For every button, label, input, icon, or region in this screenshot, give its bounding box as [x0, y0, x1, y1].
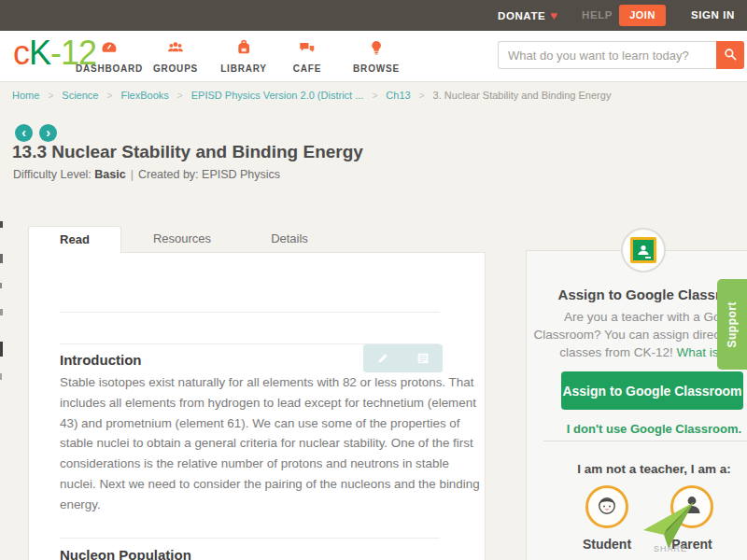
- lesson-meta: Difficulty Level: Basic|Created by: EPIS…: [13, 168, 280, 181]
- section-heading-introduction: Introduction: [60, 352, 141, 368]
- join-button[interactable]: JOIN: [619, 5, 666, 26]
- edit-pencil-icon[interactable]: [373, 348, 393, 369]
- support-tab[interactable]: Support: [717, 279, 747, 370]
- content-divider: [60, 538, 440, 539]
- breadcrumb-book[interactable]: EPISD Physics Version 2.0 (District ...: [191, 90, 364, 101]
- breadcrumb-current: 3. Nuclear Stability and Binding Energy: [433, 90, 612, 101]
- help-link[interactable]: HELP: [582, 0, 613, 31]
- breadcrumb-separator: >: [177, 91, 183, 101]
- left-edge-artifact: [0, 221, 3, 228]
- student-role-button[interactable]: [585, 485, 628, 528]
- breadcrumb-separator: >: [419, 91, 425, 101]
- nav-item-library[interactable]: LIBRARY: [220, 38, 267, 76]
- difficulty-value: Basic: [94, 168, 125, 181]
- breadcrumb-separator: >: [107, 91, 113, 101]
- difficulty-label: Difficulty Level:: [13, 168, 92, 181]
- assign-classroom-heading: Assign to Google Classroom: [527, 287, 747, 302]
- page-title: 13.3 Nuclear Stability and Binding Energ…: [12, 142, 363, 162]
- content-divider: [60, 312, 440, 313]
- previous-lesson-button[interactable]: ‹: [15, 124, 33, 142]
- google-classroom-icon: [630, 237, 656, 263]
- main-navbar: cK-12 DASHBOARD GROUPS LIBRARY CAFE: [0, 31, 747, 82]
- nav-item-cafe[interactable]: CAFE: [293, 38, 321, 76]
- not-a-teacher-label: I am not a teacher, I am a:: [527, 462, 747, 476]
- student-face-icon: [593, 491, 621, 523]
- description-line-3: classes from CK-12!: [559, 345, 673, 359]
- support-tab-label: Support: [726, 301, 739, 348]
- nav-label-cafe: CAFE: [293, 63, 321, 74]
- tab-resources[interactable]: Resources: [121, 226, 243, 252]
- google-classroom-panel: Assign to Google Classroom Are you a tea…: [526, 250, 747, 560]
- sign-in-link[interactable]: SIGN IN: [691, 0, 735, 31]
- nav-item-groups[interactable]: GROUPS: [153, 38, 198, 76]
- nav-item-dashboard[interactable]: DASHBOARD: [76, 38, 143, 76]
- created-by-value: EPISD Physics: [202, 168, 280, 181]
- section-heading-nucleon-population: Nucleon Population: [60, 547, 191, 560]
- breadcrumb-science[interactable]: Science: [62, 90, 98, 101]
- dont-use-classroom-link[interactable]: I don't use Google Classroom.: [527, 422, 747, 436]
- tab-read[interactable]: Read: [28, 226, 121, 253]
- chevron-left-icon: ‹: [21, 125, 26, 140]
- nav-label-library: LIBRARY: [220, 63, 267, 74]
- groups-icon: [153, 38, 198, 57]
- next-lesson-button[interactable]: ›: [39, 124, 57, 142]
- cafe-icon: [293, 38, 321, 57]
- nav-item-browse[interactable]: BROWSE: [353, 38, 400, 76]
- donate-link[interactable]: DONATE♥: [498, 0, 558, 31]
- description-line-2: Classroom? You can assign directly to yo…: [533, 328, 747, 342]
- breadcrumb-separator: >: [372, 91, 377, 101]
- left-edge-artifact: [0, 309, 3, 315]
- search-button[interactable]: [716, 41, 744, 69]
- ck12-page: DONATE♥ HELP JOIN SIGN IN cK-12 DASHBOAR…: [0, 0, 747, 560]
- section-edit-toolbar: [363, 344, 443, 372]
- nav-label-browse: BROWSE: [353, 63, 400, 74]
- nav-label-dashboard: DASHBOARD: [76, 63, 143, 74]
- share-watermark: SHARE: [654, 544, 687, 553]
- section-notes-icon[interactable]: [413, 348, 433, 369]
- left-edge-artifact: [0, 373, 2, 380]
- top-utility-bar: DONATE♥ HELP JOIN SIGN IN: [0, 0, 747, 31]
- left-edge-artifact: [0, 283, 2, 288]
- browse-icon: [353, 38, 400, 57]
- tab-details[interactable]: Details: [243, 226, 336, 252]
- assign-to-google-classroom-button[interactable]: Assign to Google Classroom: [561, 371, 743, 410]
- nav-label-groups: GROUPS: [153, 63, 198, 74]
- breadcrumb: Home > Science > FlexBooks > EPISD Physi…: [12, 90, 611, 101]
- left-edge-artifact: [0, 254, 3, 263]
- breadcrumb-separator: >: [48, 91, 53, 101]
- search-icon: [722, 51, 739, 65]
- sidebar-divider: [543, 441, 747, 441]
- chevron-right-icon: ›: [46, 125, 50, 140]
- breadcrumb-flexbooks[interactable]: FlexBooks: [120, 90, 168, 101]
- breadcrumb-home[interactable]: Home: [12, 90, 39, 101]
- meta-divider: |: [131, 168, 134, 181]
- introduction-paragraph: Stable isotopes exist naturally for all …: [60, 372, 480, 515]
- library-icon: [220, 38, 267, 57]
- search-input[interactable]: [498, 41, 716, 69]
- created-by-label: Created by:: [138, 168, 199, 181]
- donate-label: DONATE: [498, 10, 545, 21]
- assign-classroom-description: Are you a teacher with a Google Classroo…: [527, 308, 747, 361]
- google-classroom-badge: [621, 228, 666, 273]
- breadcrumb-chapter[interactable]: Ch13: [386, 90, 410, 101]
- left-edge-artifact: [0, 342, 3, 357]
- heart-icon: ♥: [550, 8, 557, 22]
- logo-c: c: [13, 34, 29, 72]
- lesson-content-card: Introduction Stable isotopes exist natur…: [28, 252, 486, 560]
- dashboard-icon: [76, 38, 143, 57]
- logo-k: K: [29, 34, 50, 72]
